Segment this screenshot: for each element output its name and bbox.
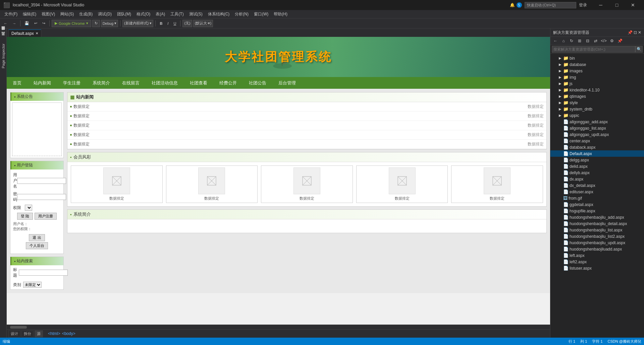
menu-help[interactable]: 帮助(H) — [271, 10, 290, 18]
nav-message[interactable]: 在线留言 — [116, 77, 146, 89]
menu-edit[interactable]: 编辑(E) — [20, 10, 39, 18]
sol-filter-btn[interactable]: ⇄ — [592, 37, 599, 45]
menu-website[interactable]: 网站(S) — [58, 10, 76, 18]
tree-qtimages[interactable]: ▶ 📁 qtimages — [550, 93, 644, 99]
menu-architecture[interactable]: 体系结构(C) — [205, 10, 232, 18]
pin-icon[interactable]: 📌 — [628, 30, 633, 35]
tree-system-dntb[interactable]: ▶ 📁 system_dntb — [550, 106, 644, 112]
menu-build[interactable]: 生成(B) — [76, 10, 95, 18]
menu-view[interactable]: 视图(V) — [39, 10, 58, 18]
tree-allgonggao-list[interactable]: ▶ 📄 allgonggao_list.aspx — [550, 125, 644, 131]
tree-left[interactable]: ▶ 📄 left.aspx — [550, 252, 644, 259]
tree-js[interactable]: ▶ 📁 js — [550, 80, 644, 87]
underline-btn[interactable]: U — [171, 21, 178, 26]
title-search-input[interactable] — [19, 270, 68, 276]
register-btn[interactable]: 用户注册 — [35, 213, 57, 220]
tree-ggdetail[interactable]: ▶ 📄 ggdetail.aspx — [550, 201, 644, 208]
forward-btn[interactable]: → — [10, 21, 18, 26]
close-btn[interactable]: ✕ — [625, 0, 641, 10]
debug-dropdown[interactable]: Debug ▾ — [101, 20, 118, 27]
nav-clubs[interactable]: 社团查看 — [184, 77, 213, 89]
tree-hd-updt[interactable]: ▶ 📄 huodongshenbaojilu_updt.aspx — [550, 239, 644, 246]
quick-launch-box[interactable]: 快速启动 (Ctrl+Q) — [525, 2, 576, 8]
split-tab[interactable]: 拆分 — [21, 330, 34, 337]
bold-btn[interactable]: B — [158, 21, 164, 26]
tab-close-btn[interactable]: ✕ — [36, 31, 38, 35]
nav-admin[interactable]: 后台管理 — [272, 77, 302, 89]
logout-btn[interactable]: 退 出 — [29, 234, 45, 241]
save-all-btn[interactable]: 💾 — [22, 20, 31, 26]
sol-collapse-btn[interactable]: ⊟ — [584, 37, 591, 45]
tree-delid[interactable]: ▶ 📄 delid.aspx — [550, 163, 644, 169]
nav-finance[interactable]: 经费公开 — [213, 77, 243, 89]
menu-tools[interactable]: 工具(T) — [168, 10, 186, 18]
login-btn[interactable]: 登录 — [579, 2, 587, 8]
run-btn[interactable]: ▶ Google Chrome ▾ — [52, 20, 91, 27]
expand-icon[interactable]: ⊡ — [634, 30, 637, 35]
notification-icon[interactable]: 🔔 — [510, 3, 515, 7]
tree-left2[interactable]: ▶ 📄 left2.aspx — [550, 259, 644, 265]
tree-dx[interactable]: ▶ 📄 dx.aspx — [550, 176, 644, 182]
sol-expand-btn[interactable]: ⊞ — [576, 37, 583, 45]
tree-listuser[interactable]: ▶ 📄 listuser.aspx — [550, 265, 644, 271]
tree-hd-list[interactable]: ▶ 📄 huodongshenbaojilu_list.aspx — [550, 227, 644, 233]
sol-back-btn[interactable]: ← — [552, 37, 559, 45]
nav-activities[interactable]: 社团活动信息 — [146, 77, 184, 89]
menu-file[interactable]: 文件(F) — [2, 10, 20, 18]
maximize-btn[interactable]: □ — [609, 0, 625, 10]
tree-hsgupfile[interactable]: ▶ 📄 hsgupfile.aspx — [550, 208, 644, 214]
sol-properties-btn[interactable]: ⚙ — [608, 37, 615, 45]
tree-uppic[interactable]: ▶ 📁 uppic — [550, 112, 644, 119]
tree-bin[interactable]: ▶ 📁 bin — [550, 55, 644, 61]
tree-hd-detail[interactable]: ▶ 📄 huodongshenbaojilu_detail.aspx — [550, 220, 644, 227]
tree-default[interactable]: ▶ 📄 Default.aspx — [550, 150, 644, 157]
tree-allgonggao-updt[interactable]: ▶ 📄 allgonggao_updt.aspx — [550, 131, 644, 138]
menu-debug[interactable]: 调试(D) — [95, 10, 114, 18]
style-dropdown[interactable]: (新建内联样式) ▾ — [122, 20, 153, 27]
tree-hd-list2[interactable]: ▶ 📄 huodongshenbaojilu_list2.aspx — [550, 233, 644, 239]
source-tab[interactable]: 源 — [35, 330, 43, 337]
username-input[interactable] — [17, 178, 66, 184]
menu-test[interactable]: 测试(S) — [186, 10, 205, 18]
tree-dellyb[interactable]: ▶ 📄 dellyb.aspx — [550, 169, 644, 176]
italic-btn[interactable]: I — [165, 21, 170, 26]
sol-pin-btn[interactable]: 📌 — [616, 37, 624, 45]
tree-databack[interactable]: ▶ 📄 databack.aspx — [550, 144, 644, 150]
menu-table[interactable]: 表(A) — [153, 10, 168, 18]
tree-dx-detail[interactable]: ▶ 📄 dx_detail.aspx — [550, 182, 644, 189]
minimize-btn[interactable]: ─ — [593, 0, 608, 10]
tree-delgg[interactable]: ▶ 📄 delgg.aspx — [550, 157, 644, 163]
menu-format[interactable]: 格式(O) — [134, 10, 153, 18]
undo-btn[interactable]: ↩ — [32, 20, 39, 26]
refresh-btn[interactable]: ↻ — [92, 20, 100, 27]
redo-btn[interactable]: ↪ — [40, 20, 47, 26]
menu-team[interactable]: 团队(M) — [114, 10, 134, 18]
format-dropdown[interactable]: (无) — [182, 20, 192, 27]
login-btn[interactable]: 登 陆 — [17, 213, 33, 220]
personal-btn[interactable]: 个人后台 — [26, 242, 48, 249]
tree-database[interactable]: ▶ 📁 database — [550, 61, 644, 68]
html-tag[interactable]: <html> — [48, 331, 60, 336]
sol-refresh-btn[interactable]: ↻ — [568, 37, 575, 45]
tree-img[interactable]: ▶ 📁 img — [550, 74, 644, 80]
nav-intro[interactable]: 系统简介 — [87, 77, 116, 89]
solution-search-input[interactable] — [552, 46, 635, 53]
nav-register[interactable]: 学生注册 — [57, 77, 87, 89]
sol-close-icon[interactable]: ✕ — [638, 30, 641, 35]
body-tag[interactable]: <body> — [62, 331, 75, 336]
tree-from-gif[interactable]: ▶ 🖼 from.gif — [550, 195, 644, 201]
size-dropdown[interactable]: (默认大·▾) — [193, 20, 213, 27]
nav-announcement[interactable]: 社团公告 — [243, 77, 272, 89]
menu-window[interactable]: 窗口(W) — [251, 10, 271, 18]
h-scrollbar[interactable] — [7, 325, 550, 329]
tree-hd-add2[interactable]: ▶ 📄 huodongshenbaojiluadd.aspx — [550, 246, 644, 252]
tree-images[interactable]: ▶ 📁 images — [550, 68, 644, 74]
tree-style[interactable]: ▶ 📁 style — [550, 99, 644, 106]
sol-home-btn[interactable]: ⌂ — [560, 37, 567, 45]
password-input[interactable] — [17, 194, 66, 200]
tree-kindeditor[interactable]: ▶ 📁 kindeditor-4.1.10 — [550, 87, 644, 93]
nav-news[interactable]: 站内新闻 — [28, 77, 57, 89]
server-explorer-tab[interactable]: 服务器资源管理器 — [0, 30, 7, 36]
back-btn[interactable]: ← — [2, 21, 9, 26]
solution-search-btn[interactable]: 🔍 — [635, 46, 643, 53]
